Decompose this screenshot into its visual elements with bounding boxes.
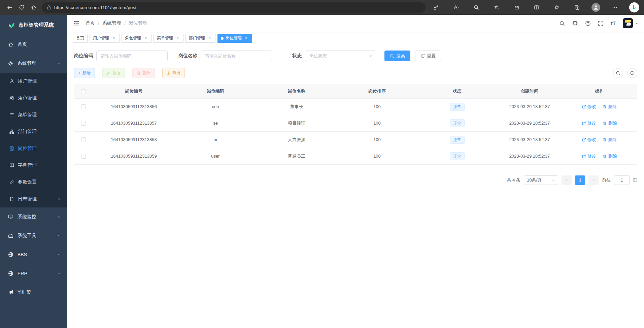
lock-icon[interactable] [46,5,51,10]
help-icon[interactable] [585,21,591,26]
collections-icon[interactable] [571,2,583,13]
status-badge: 正常 [450,103,465,111]
url-text[interactable]: https://ccnetcore.com:1101/system/post [54,5,136,10]
caret-down-icon[interactable] [635,23,638,26]
more-icon[interactable] [609,2,620,13]
table-row: 1641030593112313858 hr 人力资源 100 正常 2023-… [74,131,637,148]
row-delete-button[interactable]: 删除 [603,153,617,159]
cell-created: 2023-03-29 18:52:37 [498,115,562,131]
github-icon[interactable] [572,20,578,26]
sidebar-item-user-mgmt[interactable]: 用户管理 [0,73,67,90]
fullscreen-icon[interactable] [598,21,604,26]
close-icon[interactable]: × [244,36,249,41]
status-badge: 正常 [450,136,465,144]
close-icon[interactable]: × [111,36,116,41]
sidebar-item-role-mgmt[interactable]: 角色管理 [0,90,67,106]
sidebar-item-erp[interactable]: ERP [0,264,67,283]
badge-icon [9,146,14,151]
select-all-checkbox[interactable] [81,89,86,94]
split-screen-icon[interactable] [531,2,542,13]
row-delete-button[interactable]: 删除 [603,104,617,110]
profile-icon[interactable] [591,3,600,12]
cell-post-id: 1641030593112313858 [93,131,175,148]
sidebar-item-system-mgmt[interactable]: 系统管理 [0,54,67,73]
tab-role-mgmt[interactable]: 角色管理 × [122,34,151,43]
cell-post-id: 1641030593112313857 [93,115,175,131]
close-icon[interactable]: × [207,36,212,41]
home-icon[interactable] [28,2,40,13]
close-icon[interactable]: × [143,36,148,41]
tab-home[interactable]: 首页 [73,34,88,43]
extensions-icon[interactable] [511,2,522,13]
sidebar-item-post-mgmt[interactable]: 岗位管理 [0,140,67,157]
tab-post-mgmt[interactable]: 岗位管理 × [217,34,252,43]
row-edit-button[interactable]: 修改 [582,120,596,126]
refresh-icon[interactable] [15,2,28,13]
prev-page-button[interactable] [562,175,572,185]
post-code-input[interactable] [96,51,168,61]
next-page-button[interactable] [588,175,599,185]
sidebar-item-dict-mgmt[interactable]: 字典管理 [0,157,67,174]
status-select[interactable]: 岗位状态 [305,51,376,61]
read-aloud-icon[interactable] [450,2,462,13]
sidebar-item-yi-framework[interactable]: Yi框架 [0,283,67,302]
menu-fold-icon[interactable] [73,20,79,26]
key-icon[interactable] [430,2,442,13]
post-name-input[interactable] [201,51,272,61]
tab-dept-mgmt[interactable]: 部门管理 × [185,34,215,43]
row-delete-button[interactable]: 删除 [603,137,617,143]
reset-button[interactable]: 重置 [415,51,441,61]
sidebar-item-home[interactable]: 首页 [0,35,67,54]
sidebar-item-menu-mgmt[interactable]: 菜单管理 [0,106,67,123]
sidebar-item-param-settings[interactable]: 参数设置 [0,174,67,191]
cell-post-id: 1641030593112313856 [93,98,175,115]
edit-button[interactable]: 修改 [102,68,125,78]
row-delete-button[interactable]: 删除 [603,120,617,126]
cell-post-code: user [175,148,256,164]
post-code-label: 岗位编码 [74,53,93,59]
current-page-button[interactable]: 1 [575,175,585,185]
breadcrumb-separator: / [124,21,126,26]
tab-menu-mgmt[interactable]: 菜单管理 × [154,34,183,43]
breadcrumb-system-mgmt[interactable]: 系统管理 [102,20,121,26]
export-button[interactable]: 导出 [162,68,185,78]
goto-page-input[interactable] [614,175,630,185]
cell-post-name: 普通员工 [256,148,337,164]
zoom-icon[interactable] [471,2,482,13]
row-edit-button[interactable]: 修改 [582,153,596,159]
sidebar-item-dept-mgmt[interactable]: 部门管理 [0,123,67,140]
row-edit-button[interactable]: 修改 [582,137,596,143]
breadcrumb-current: 岗位管理 [129,20,147,26]
search-icon[interactable] [559,21,565,26]
breadcrumb-home[interactable]: 首页 [86,20,95,26]
row-checkbox[interactable] [81,104,86,109]
bing-icon[interactable] [629,2,639,12]
sidebar-item-log-mgmt[interactable]: 日志管理 [0,191,67,207]
row-checkbox[interactable] [81,121,86,126]
gear-icon [8,61,13,66]
tab-user-mgmt[interactable]: 用户管理 × [90,34,120,43]
select-all-header [74,84,93,98]
avatar[interactable] [623,18,633,28]
search-button[interactable]: 搜索 [384,51,410,61]
add-button[interactable]: + 新增 [74,68,95,78]
add-favorite-icon[interactable] [491,2,502,13]
font-size-icon[interactable]: TT [611,21,616,26]
column-created: 创建时间 [498,84,562,98]
refresh-table-icon[interactable] [627,68,637,78]
breadcrumb-separator: / [98,21,99,26]
close-icon[interactable]: × [175,36,180,41]
back-icon[interactable] [3,2,15,13]
row-checkbox[interactable] [81,154,86,159]
cell-post-sort: 100 [337,148,417,164]
sidebar-item-system-monitor[interactable]: 系统监控 [0,207,67,226]
delete-button[interactable]: 删除 [132,68,155,78]
row-checkbox[interactable] [81,137,86,142]
row-edit-button[interactable]: 修改 [582,104,596,110]
address-bar[interactable]: https://ccnetcore.com:1101/system/post [42,2,426,13]
hide-search-icon[interactable] [613,68,623,78]
sidebar-item-system-tools[interactable]: 系统工具 [0,226,67,245]
sidebar-item-bbs[interactable]: BBS [0,245,67,264]
favorites-icon[interactable] [551,2,563,13]
page-size-select[interactable]: 10条/页 [524,175,558,185]
